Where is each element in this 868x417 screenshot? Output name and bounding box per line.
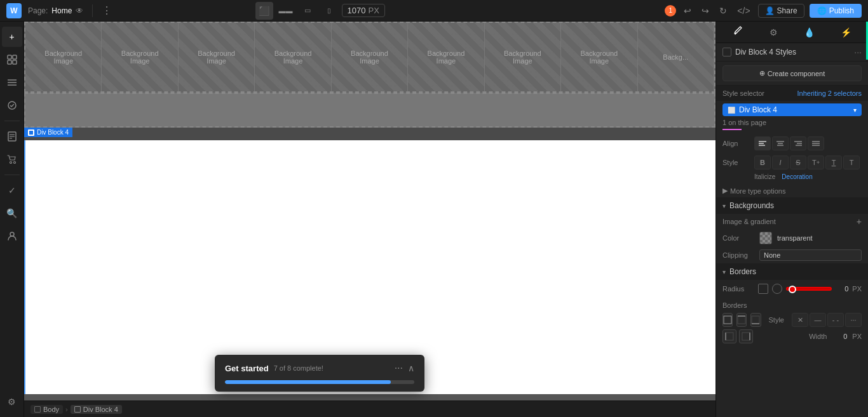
radius-slider [786,287,832,291]
style-bold-button[interactable]: B [754,156,771,169]
redo-button[interactable]: ↪ [699,3,712,18]
bg-tile-6: BackgroundImage [408,23,484,91]
sidebar-pages-icon[interactable] [2,126,22,147]
page-label: Page: [28,6,48,15]
div-block-wrapper: Div Block 4 [24,128,715,394]
clipping-row: Clipping None Text Padding [716,247,868,263]
selector-box[interactable]: ⬜ Div Block 4 ▾ [722,103,862,116]
preview-icon[interactable]: 👁 [76,6,83,15]
get-started-more-icon[interactable]: ··· [395,362,403,374]
tab-animations[interactable]: ⚡ [836,25,857,40]
right-panel: ⚙ 💧 ⚡ Div Block 4 Styles ··· ⊕ Create co… [715,22,868,417]
sidebar-layers-icon[interactable] [2,72,22,93]
tab-interactions[interactable]: 💧 [799,25,820,40]
radius-value: 0 [836,285,848,293]
topbar: W Page: Home 👁 ⋮ ⬛ ▬▬ ▭ ▯ 1070 PX 1 ↩ ↪ … [0,0,868,22]
bg-tile-7: BackgroundImage [485,23,561,91]
sidebar-assets-icon[interactable] [2,95,22,116]
border-left-icon[interactable] [722,329,736,343]
code-button[interactable]: </> [735,3,752,18]
device-desktop-button[interactable]: ▬▬ [277,2,295,20]
more-options-icon[interactable]: ⋮ [102,4,112,17]
border-top-icon[interactable] [736,313,747,327]
sidebar-components-icon[interactable] [2,50,22,70]
breadcrumb-body[interactable]: Body [31,405,63,414]
main-layout: + [0,22,868,417]
canvas-area[interactable]: BackgroundImage BackgroundImage Backgrou… [24,22,715,417]
create-component-icon: ⊕ [759,69,765,77]
tab-style[interactable] [728,23,749,41]
canvas-main-section: Div Block 4 [24,128,715,394]
on-page-count: 1 on this page [716,116,868,129]
sidebar-divider-1 [4,121,20,121]
share-button[interactable]: 👤 Share [758,4,804,18]
border-style-solid-button[interactable]: — [810,313,826,327]
border-bottom-icon[interactable] [750,313,761,327]
sidebar-settings-icon[interactable]: ⚙ [2,392,22,412]
sidebar-add-icon[interactable]: + [2,27,22,47]
style-text-button[interactable]: T [843,156,860,169]
align-justify-button[interactable] [808,136,824,150]
breadcrumb-bar: Body › Div Block 4 [24,400,715,417]
border-style-none-button[interactable]: ✕ [792,313,808,327]
color-swatch[interactable] [759,232,772,244]
sidebar-cms-icon[interactable]: ✓ [2,180,22,201]
share-icon: 👤 [765,6,775,15]
bg-tile-9: Backg... [638,23,714,91]
border-all-icon[interactable] [722,313,733,327]
page-indicator: Page: Home 👁 [28,6,83,15]
sidebar-divider-2 [4,175,20,175]
border-style-dashed-button[interactable]: - - [827,313,844,327]
radius-square-icon[interactable] [758,284,768,294]
publish-button[interactable]: 🌐 Publish [810,4,862,18]
image-gradient-add-icon[interactable]: + [857,216,862,227]
tab-settings[interactable]: ⚙ [764,25,783,40]
radius-slider-handle[interactable] [789,286,796,293]
create-component-button[interactable]: ⊕ Create component [722,65,862,81]
border-width-icons [722,329,753,343]
div-block-label-text: Div Block 4 [37,129,69,136]
get-started-collapse-icon[interactable]: ∧ [408,363,414,373]
style-buttons: B I S T+ T T [754,156,860,169]
div-block-styles-check[interactable] [722,48,731,56]
undo-button[interactable]: ↩ [681,3,694,18]
refresh-button[interactable]: ↻ [717,3,729,18]
style-underline-button[interactable]: T [825,156,842,169]
app-logo[interactable]: W [6,3,22,18]
borders-section-header[interactable]: ▾ Borders [716,263,868,280]
style-strikethrough-button[interactable]: S [790,156,806,169]
style-italic-button[interactable]: I [772,156,789,169]
canvas-width[interactable]: 1070 PX [342,4,385,17]
div-block-styles-label: Div Block 4 Styles [735,48,854,56]
svg-rect-32 [726,333,733,340]
border-width-unit: PX [852,333,862,340]
svg-rect-27 [724,316,731,324]
align-right-button[interactable] [790,136,806,150]
publish-icon: 🌐 [817,6,827,15]
device-desktop-large-button[interactable]: ⬛ [255,2,273,20]
style-superscript-button[interactable]: T+ [808,156,824,169]
sidebar-users-icon[interactable] [2,226,22,246]
borders-arrow-icon: ▾ [722,268,726,275]
radius-circle-icon[interactable] [772,284,782,294]
border-style-dotted-button[interactable]: ··· [845,313,862,327]
create-component-label: Create component [768,70,825,77]
align-left-button[interactable] [754,136,771,150]
device-mobile-button[interactable]: ▯ [320,2,338,20]
div-block-styles-more-icon[interactable]: ··· [854,47,862,57]
border-right-icon[interactable] [739,329,753,343]
sidebar-search-icon[interactable]: 🔍 [2,203,22,223]
clipping-select[interactable]: None Text Padding [759,249,862,261]
style-selector-value[interactable]: Inheriting 2 selectors [797,89,862,97]
style-names: Italicize Decoration [748,172,868,184]
align-center-button[interactable] [772,136,789,150]
page-name[interactable]: Home [51,6,72,15]
breadcrumb-div-block[interactable]: Div Block 4 [71,405,122,414]
more-type-row[interactable]: ▶ More type options [716,184,868,197]
radius-slider-container[interactable] [786,282,832,295]
get-started-controls: ··· ∧ [395,362,414,374]
notification-badge[interactable]: 1 [665,5,676,17]
sidebar-ecommerce-icon[interactable] [2,149,22,169]
backgrounds-section-header[interactable]: ▾ Backgrounds [716,197,868,214]
device-tablet-landscape-button[interactable]: ▭ [299,2,316,20]
